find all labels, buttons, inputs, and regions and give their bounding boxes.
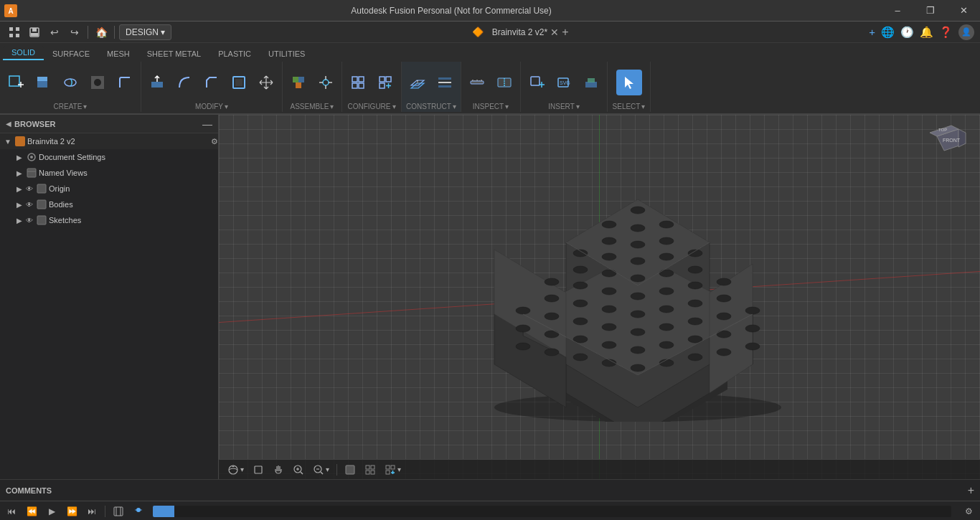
root-options-button[interactable]: ⚙: [211, 137, 218, 146]
timeline-settings-button[interactable]: [110, 504, 127, 519]
assemble-label[interactable]: ASSEMBLE▾: [291, 103, 334, 110]
close-button[interactable]: ✕: [947, 0, 980, 22]
construct-label[interactable]: CONSTRUCT▾: [406, 103, 456, 110]
timeline-play-button[interactable]: ▶: [43, 504, 60, 519]
svg-point-90: [745, 307, 760, 314]
insert-decal-button[interactable]: [578, 70, 604, 95]
svg-point-97: [688, 300, 702, 307]
browser-collapse-arrow[interactable]: ◀: [6, 120, 11, 128]
timeline-track[interactable]: [153, 506, 951, 517]
create-group: CREATE▾: [0, 62, 141, 112]
tab-close-button[interactable]: ✕: [550, 27, 559, 38]
create-sketch-button[interactable]: [3, 70, 29, 95]
insert-buttons: SVG: [524, 63, 604, 101]
design-dropdown[interactable]: DESIGN ▾: [119, 24, 171, 40]
tree-node-sketches[interactable]: ▶ 👁 Sketches: [0, 212, 218, 228]
select-buttons: [616, 63, 642, 101]
viewport[interactable]: FRONT TOP ▾: [219, 115, 980, 479]
view-cube[interactable]: FRONT TOP: [923, 122, 973, 172]
timeline-marker-button[interactable]: [130, 504, 147, 519]
grid-menu-button[interactable]: [6, 24, 23, 41]
svg-point-73: [659, 237, 674, 245]
insert-label[interactable]: INSERT▾: [548, 103, 580, 110]
revolve-button[interactable]: [57, 70, 83, 95]
svg-point-108: [745, 343, 760, 350]
minimize-button[interactable]: –: [881, 0, 914, 22]
tab-sheet-metal[interactable]: SHEET METAL: [138, 47, 209, 60]
select-arrow-button[interactable]: [616, 70, 642, 95]
bell-icon[interactable]: 🔔: [920, 26, 933, 39]
select-label[interactable]: SELECT▾: [613, 103, 646, 110]
help-icon[interactable]: ❓: [939, 26, 953, 39]
tree-node-bodies[interactable]: ▶ 👁 Bodies: [0, 197, 218, 212]
timeline-progress: [153, 506, 174, 517]
shell-button[interactable]: [226, 70, 252, 95]
insert-derive-button[interactable]: [524, 70, 550, 95]
joint-button[interactable]: [313, 70, 339, 95]
configure-label[interactable]: CONFIGURE▾: [348, 103, 396, 110]
comments-add-button[interactable]: +: [968, 484, 974, 497]
env-button[interactable]: ▾: [382, 463, 404, 477]
parameters-button[interactable]: [345, 70, 371, 95]
separator: [88, 26, 88, 39]
measure-button[interactable]: [464, 70, 490, 95]
tree-node-named-views[interactable]: ▶ Named Views: [0, 165, 218, 181]
user-avatar[interactable]: 👤: [958, 24, 974, 40]
select-group: SELECT▾: [608, 62, 651, 112]
save-button[interactable]: [26, 24, 43, 41]
tree-node-document-settings[interactable]: ▶ Document Settings: [0, 149, 218, 165]
document-tab[interactable]: Brainvita 2 v2*: [492, 27, 547, 37]
svg-point-115: [717, 349, 731, 356]
insert-svg-button[interactable]: SVG: [551, 70, 577, 95]
offset-plane-button[interactable]: [405, 70, 430, 95]
svg-point-92: [545, 313, 559, 320]
pan-button[interactable]: [250, 463, 267, 477]
midplane-button[interactable]: [432, 70, 458, 95]
fillet-modify-button[interactable]: [171, 70, 197, 95]
svg-point-14: [65, 79, 76, 86]
fillet-button[interactable]: [112, 70, 138, 95]
move-button[interactable]: [253, 70, 279, 95]
create-label[interactable]: CREATE▾: [54, 103, 88, 110]
tree-root-node[interactable]: ▼ Brainvita 2 v2 ⚙: [0, 133, 218, 149]
press-pull-button[interactable]: [144, 70, 170, 95]
inspect-label[interactable]: INSPECT▾: [473, 103, 509, 110]
zoom-dropdown-button[interactable]: ▾: [310, 463, 332, 477]
tree-node-origin[interactable]: ▶ 👁 Origin: [0, 181, 218, 197]
configure2-button[interactable]: [372, 70, 398, 95]
chamfer-button[interactable]: [199, 70, 225, 95]
tab-plastic[interactable]: PLASTIC: [209, 47, 260, 60]
new-tab-button[interactable]: +: [562, 26, 568, 39]
svg-point-123: [659, 359, 674, 367]
modify-label[interactable]: MODIFY▾: [195, 103, 228, 110]
restore-button[interactable]: ❐: [914, 0, 947, 22]
timeline-start-button[interactable]: ⏮: [3, 504, 20, 519]
add-button[interactable]: +: [869, 26, 875, 38]
globe-icon[interactable]: 🌐: [881, 26, 895, 39]
timeline-gear-button[interactable]: ⚙: [960, 504, 977, 519]
timeline-end-button[interactable]: ⏭: [83, 504, 100, 519]
display-mode-button[interactable]: [341, 463, 359, 477]
browser-close-button[interactable]: —: [202, 118, 212, 130]
section-analysis-button[interactable]: [491, 70, 517, 95]
hole-button[interactable]: [85, 70, 110, 95]
tab-surface[interactable]: SURFACE: [44, 47, 98, 60]
undo-button[interactable]: ↩: [46, 24, 63, 41]
home-button[interactable]: 🏠: [93, 24, 110, 41]
redo-button[interactable]: ↪: [66, 24, 83, 41]
fusion-icon: 🔶: [472, 27, 484, 37]
clock-icon[interactable]: 🕐: [900, 26, 914, 39]
hand-pan-button[interactable]: [270, 463, 287, 477]
tab-solid[interactable]: SOLID: [3, 46, 44, 60]
tab-mesh[interactable]: MESH: [98, 47, 138, 60]
viewport-bottom-bar: ▾: [219, 459, 980, 479]
new-component-button[interactable]: [286, 70, 311, 95]
tab-utilities[interactable]: UTILITIES: [260, 47, 314, 60]
timeline-next-button[interactable]: ⏩: [63, 504, 80, 519]
svg-rect-41: [471, 81, 484, 84]
extrude-button[interactable]: [30, 70, 56, 95]
orbit-button[interactable]: ▾: [225, 463, 247, 477]
timeline-prev-button[interactable]: ⏪: [23, 504, 40, 519]
zoom-in-button[interactable]: [290, 463, 307, 477]
grid-display-button[interactable]: [362, 463, 379, 477]
